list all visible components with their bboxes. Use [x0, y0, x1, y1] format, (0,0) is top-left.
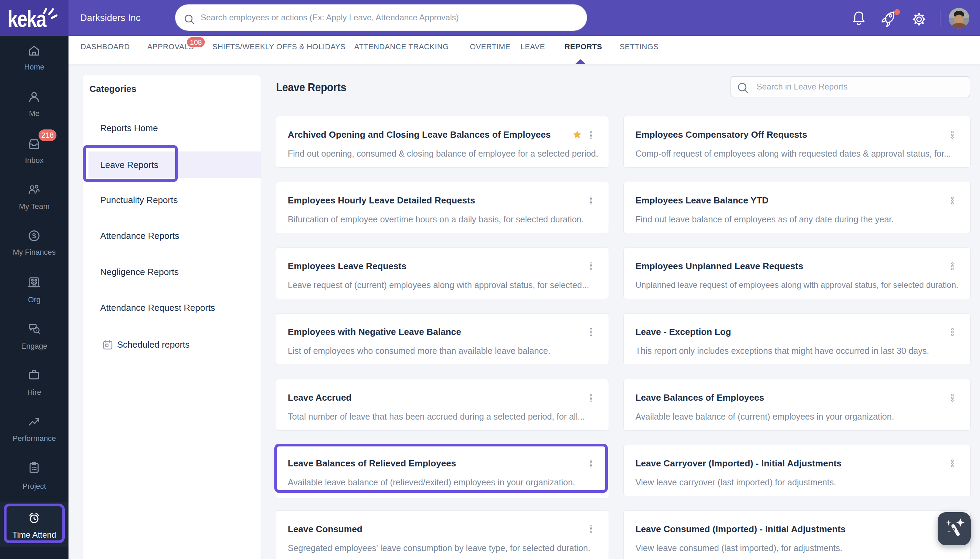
svg-text:keka: keka: [8, 6, 46, 31]
svg-text:$: $: [32, 232, 36, 240]
